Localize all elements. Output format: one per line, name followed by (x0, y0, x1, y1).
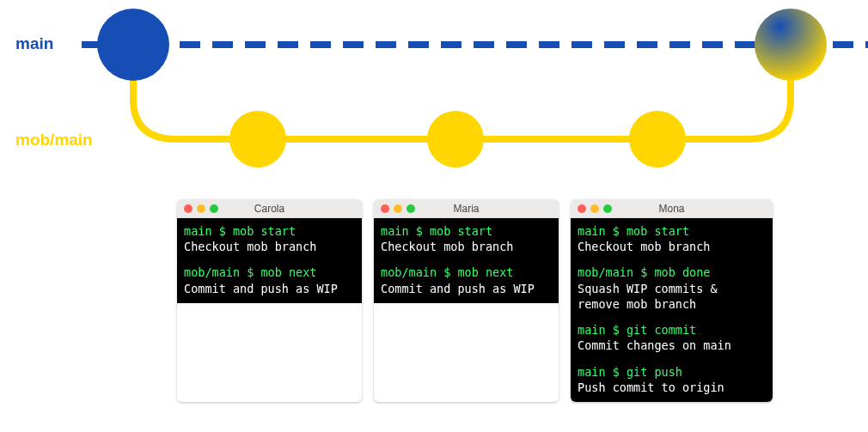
terminal-title: Carola (177, 203, 362, 215)
terminal-carola: Carola main $ mob start Checkout mob bra… (177, 199, 362, 402)
terminal-title: Mona (571, 203, 773, 215)
terminal-output: Checkout mob branch (381, 239, 552, 254)
main-commit-start (97, 9, 169, 81)
merge-commit (755, 9, 827, 81)
terminal-command: mob/main $ mob next (184, 265, 355, 280)
terminal-output: Checkout mob branch (184, 239, 355, 254)
branch-diagram: main mob/main (0, 0, 868, 198)
terminal-output: Squash WIP commits & remove mob branch (578, 281, 766, 312)
mob-commit-3 (629, 111, 686, 167)
terminal-row: Carola main $ mob start Checkout mob bra… (0, 199, 868, 402)
terminal-body: main $ mob start Checkout mob branch mob… (571, 218, 773, 402)
terminal-body: main $ mob start Checkout mob branch mob… (177, 218, 362, 303)
terminal-header: Carola (177, 199, 362, 218)
terminal-header: Maria (374, 199, 559, 218)
terminal-maria: Maria main $ mob start Checkout mob bran… (374, 199, 559, 402)
terminal-command: main $ mob start (184, 223, 355, 239)
terminal-mona: Mona main $ mob start Checkout mob branc… (571, 199, 773, 402)
terminal-title: Maria (374, 203, 559, 215)
terminal-command: main $ mob start (578, 223, 766, 239)
terminal-command: main $ git push (578, 364, 766, 380)
terminal-command: main $ git commit (578, 322, 766, 338)
main-branch-label: main (15, 34, 53, 53)
terminal-output: Push commit to origin (578, 380, 766, 395)
mob-branch-label: mob/main (15, 131, 93, 149)
terminal-output: Commit and push as WIP (381, 281, 552, 296)
terminal-output: Checkout mob branch (578, 239, 766, 254)
terminal-body: main $ mob start Checkout mob branch mob… (374, 218, 559, 303)
terminal-command: main $ mob start (381, 223, 552, 239)
terminal-command: mob/main $ mob next (381, 265, 552, 280)
terminal-header: Mona (571, 199, 773, 218)
mob-commit-2 (427, 111, 484, 167)
mob-commit-1 (229, 111, 286, 167)
branch-svg (0, 0, 868, 198)
terminal-output: Commit changes on main (578, 338, 766, 353)
terminal-command: mob/main $ mob done (578, 265, 766, 280)
terminal-output: Commit and push as WIP (184, 281, 355, 296)
